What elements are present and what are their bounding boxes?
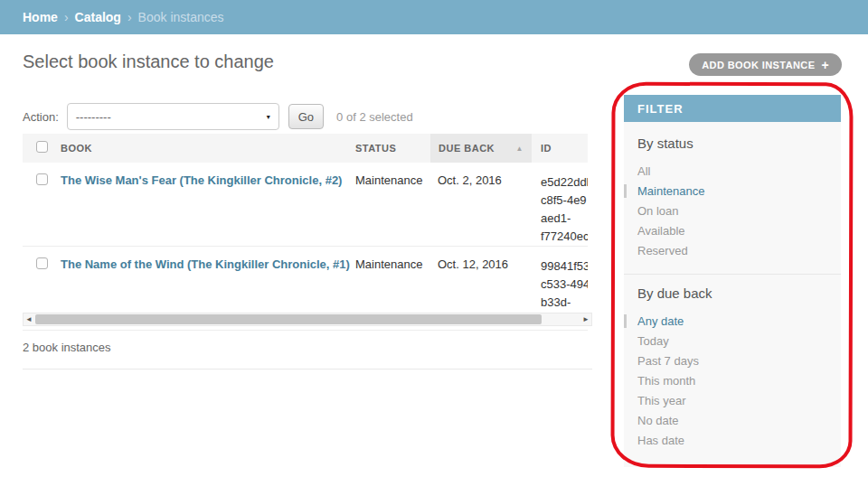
filter-option-label: Maintenance (637, 184, 704, 198)
row-checkbox[interactable] (36, 173, 48, 185)
filter-option-no-date[interactable]: No date (637, 411, 827, 431)
due-back-label: DUE BACK (439, 143, 495, 154)
filter-divider (624, 274, 841, 275)
filter-option-label: Any date (637, 314, 684, 328)
filter-group-heading-status: By status (637, 136, 827, 151)
id-line: aed1- (541, 210, 588, 228)
page-title: Select book instance to change (23, 51, 274, 72)
changelist-page: Home › Catalog › Book instances Select b… (0, 0, 868, 477)
id-cell: e5d22ddb c8f5-4e9 aed1- f77240ec (532, 163, 588, 246)
sort-ascending-icon: ▲ (516, 145, 524, 153)
filter-option-this-month[interactable]: This month (637, 371, 827, 391)
filter-group-heading-due-back: By due back (637, 285, 827, 301)
id-line: b33d- (541, 294, 588, 312)
breadcrumb-current: Book instances (138, 10, 224, 24)
add-book-instance-button[interactable]: ADD BOOK INSTANCE + (689, 53, 842, 76)
breadcrumb-separator: › (64, 10, 69, 24)
column-header-status[interactable]: STATUS (355, 143, 430, 154)
action-row: Action: --------- ▾ Go 0 of 2 selected (23, 103, 413, 130)
table-row: The Wise Man's Fear (The Kingkiller Chro… (23, 163, 588, 247)
filter-option-any-date[interactable]: Any date (637, 312, 827, 332)
book-link[interactable]: The Wise Man's Fear (The Kingkiller Chro… (61, 173, 342, 187)
horizontal-scrollbar[interactable]: ◄ ► (23, 313, 592, 326)
selection-status: 0 of 2 selected (336, 110, 413, 124)
id-line: 99841f53 (541, 257, 588, 276)
table-body: The Wise Man's Fear (The Kingkiller Chro… (23, 163, 588, 331)
action-label: Action: (23, 110, 59, 124)
row-checkbox[interactable] (36, 257, 48, 269)
filter-option-maintenance[interactable]: Maintenance (637, 182, 827, 201)
action-select-value: --------- (76, 110, 111, 124)
header-checkbox-cell (23, 140, 61, 156)
breadcrumb-separator: › (127, 10, 132, 24)
scroll-right-icon[interactable]: ► (580, 313, 591, 325)
filter-body: By status All Maintenance On loan Availa… (624, 122, 841, 451)
scroll-left-icon[interactable]: ◄ (24, 313, 34, 325)
filter-option-this-year[interactable]: This year (637, 391, 827, 411)
table-header-row: BOOK STATUS DUE BACK ▲ ID (23, 134, 588, 163)
book-link[interactable]: The Name of the Wind (The Kingkiller Chr… (61, 257, 350, 271)
scrollbar-thumb[interactable] (35, 314, 542, 324)
filter-option-today[interactable]: Today (637, 332, 827, 351)
id-line: f77240ec (541, 228, 588, 246)
result-count: 2 book instances (23, 341, 111, 354)
changelist-table: BOOK STATUS DUE BACK ▲ ID The Wise Man's… (23, 134, 588, 331)
id-line: e5d22ddb (541, 173, 588, 192)
action-select[interactable]: --------- ▾ (67, 103, 279, 130)
filter-option-on-loan[interactable]: On loan (637, 201, 827, 221)
id-line: c533-494 (541, 276, 588, 294)
status-cell: Maintenance (355, 163, 430, 246)
column-header-id[interactable]: ID (532, 143, 588, 154)
selected-filter-marker (624, 184, 627, 198)
due-back-cell: Oct. 2, 2016 (430, 163, 532, 246)
breadcrumb-catalog-link[interactable]: Catalog (75, 10, 121, 24)
due-back-filter-list: Any date Today Past 7 days This month Th… (637, 312, 827, 451)
breadcrumb: Home › Catalog › Book instances (0, 0, 868, 34)
dropdown-arrow-icon: ▾ (267, 113, 270, 121)
filter-option-past-7-days[interactable]: Past 7 days (637, 351, 827, 371)
filter-panel: FILTER By status All Maintenance On loan… (624, 95, 841, 467)
filter-option-available[interactable]: Available (637, 221, 827, 241)
column-header-due-back[interactable]: DUE BACK ▲ (430, 134, 532, 163)
filter-option-reserved[interactable]: Reserved (637, 241, 827, 261)
content-divider (23, 369, 592, 369)
column-header-book[interactable]: BOOK (61, 143, 355, 154)
add-button-label: ADD BOOK INSTANCE (702, 60, 815, 70)
select-all-checkbox[interactable] (36, 141, 48, 153)
filter-panel-title: FILTER (624, 95, 841, 122)
status-filter-list: All Maintenance On loan Available Reserv… (637, 162, 827, 261)
breadcrumb-home-link[interactable]: Home (23, 10, 58, 24)
row-checkbox-cell (23, 163, 61, 246)
selected-filter-marker (624, 314, 627, 328)
id-line: c8f5-4e9 (541, 192, 588, 210)
go-button[interactable]: Go (288, 104, 324, 129)
filter-option-all[interactable]: All (637, 162, 827, 182)
plus-icon: + (821, 59, 829, 71)
filter-option-has-date[interactable]: Has date (637, 431, 827, 451)
